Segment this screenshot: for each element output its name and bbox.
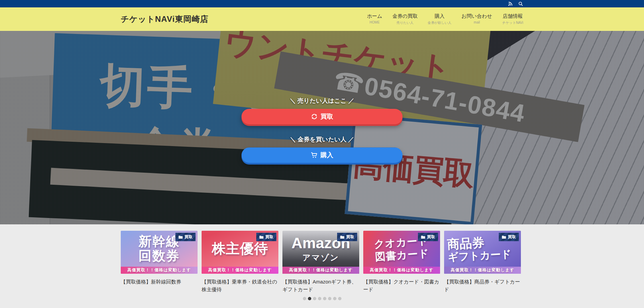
sell-label: ＼ 売りたい人はここ ／ xyxy=(0,97,644,105)
nav-item-contact[interactable]: お問い合わせ mail xyxy=(462,13,492,25)
card-image[interactable]: 買取 株主優待 高価買取！！価格は変動します xyxy=(202,231,278,274)
category-badge[interactable]: 買取 xyxy=(175,233,196,241)
search-icon[interactable] xyxy=(518,1,523,6)
carousel-dot[interactable] xyxy=(338,297,341,300)
card-caption[interactable]: 【買取価格】Amazonギフト券、ギフトカード xyxy=(282,278,359,294)
folder-icon xyxy=(259,235,264,239)
carousel-dot[interactable] xyxy=(303,297,306,300)
site-header: チケットNAVi東岡崎店 ホーム HOME 金券の買取 売りたい人 購入 金券が… xyxy=(0,7,644,31)
category-badge[interactable]: 買取 xyxy=(418,233,438,241)
card-shareholder[interactable]: 買取 株主優待 高価買取！！価格は変動します 【買取価格】乗車券・鉄道会社の株主… xyxy=(202,231,278,294)
hero-storefront-photo: ットNAVi 切手・ビール 金券 ウントチケット ☎0564-71-0844 高… xyxy=(0,31,644,224)
carousel-dot[interactable] xyxy=(318,297,321,300)
main-nav: ホーム HOME 金券の買取 売りたい人 購入 金券が欲しい人 お問い合わせ m… xyxy=(367,13,523,25)
nav-item-shop-info[interactable]: 店舗情報 チケットNAVi xyxy=(502,13,523,25)
price-notice-strip: 高価買取！！価格は変動します xyxy=(202,267,278,274)
cart-icon xyxy=(311,152,318,159)
card-giftcard[interactable]: 買取 商品券 ギフトカード 高価買取！！価格は変動します 【買取価格】商品券・ギ… xyxy=(444,231,521,294)
buyback-button-label: 買取 xyxy=(321,112,333,121)
carousel-dots xyxy=(0,297,644,300)
card-caption[interactable]: 【買取価格】商品券・ギフトカード xyxy=(444,278,521,294)
card-image[interactable]: 買取 クオカード 図書カード 高価買取！！価格は変動します xyxy=(363,231,440,274)
refresh-icon xyxy=(311,113,318,120)
price-notice-strip: 高価買取！！価格は変動します xyxy=(121,267,198,274)
buy-label: ＼ 金券を買いたい人 ／ xyxy=(0,135,644,143)
nav-sublabel: 金券が欲しい人 xyxy=(428,20,451,25)
folder-icon xyxy=(502,235,506,239)
card-image[interactable]: 買取 新幹線 回数券 高価買取！！価格は変動します xyxy=(121,231,198,274)
price-notice-strip: 高価買取！！価格は変動します xyxy=(363,267,440,274)
carousel-dot[interactable] xyxy=(333,297,336,300)
nav-label: ホーム xyxy=(367,13,382,19)
badge-label: 買取 xyxy=(265,234,273,240)
carousel-section: 買取 新幹線 回数券 高価買取！！価格は変動します 【買取価格】新幹線回数券 買… xyxy=(0,224,644,308)
topbar xyxy=(0,0,644,7)
badge-label: 買取 xyxy=(184,234,193,240)
folder-icon xyxy=(340,235,344,239)
purchase-button[interactable]: 購入 xyxy=(241,147,402,163)
carousel-dot-active[interactable] xyxy=(308,297,311,300)
badge-label: 買取 xyxy=(427,234,435,240)
purchase-button-label: 購入 xyxy=(321,151,333,160)
card-image[interactable]: 買取 Amazon アマゾン 高価買取！！価格は変動します xyxy=(282,231,359,274)
card-shinkansen[interactable]: 買取 新幹線 回数券 高価買取！！価格は変動します 【買取価格】新幹線回数券 xyxy=(121,231,198,294)
folder-icon xyxy=(178,235,183,239)
nav-sublabel: チケットNAVi xyxy=(502,20,523,25)
card-caption[interactable]: 【買取価格】クオカード・図書カード xyxy=(363,278,440,294)
nav-label: 金券の買取 xyxy=(392,13,418,19)
card-amazon[interactable]: 買取 Amazon アマゾン 高価買取！！価格は変動します 【買取価格】Amaz… xyxy=(282,231,359,294)
hero-cta-group: ＼ 売りたい人はここ ／ 買取 ＼ 金券を買いたい人 ／ 購入 xyxy=(0,97,644,163)
nav-item-buyback[interactable]: 金券の買取 売りたい人 xyxy=(392,13,418,25)
carousel-dot[interactable] xyxy=(328,297,331,300)
price-notice-strip: 高価買取！！価格は変動します xyxy=(282,267,359,274)
carousel-dot[interactable] xyxy=(323,297,326,300)
category-badge[interactable]: 買取 xyxy=(499,233,519,241)
folder-icon xyxy=(421,235,425,239)
topbar-inner xyxy=(121,0,523,7)
badge-label: 買取 xyxy=(508,234,516,240)
nav-item-home[interactable]: ホーム HOME xyxy=(367,13,382,25)
card-quocard[interactable]: 買取 クオカード 図書カード 高価買取！！価格は変動します 【買取価格】クオカー… xyxy=(363,231,440,294)
badge-label: 買取 xyxy=(346,234,354,240)
buyback-button[interactable]: 買取 xyxy=(241,109,402,124)
nav-label: お問い合わせ xyxy=(462,13,492,19)
card-image[interactable]: 買取 商品券 ギフトカード 高価買取！！価格は変動します xyxy=(444,231,521,274)
category-badge[interactable]: 買取 xyxy=(256,233,276,241)
rss-icon[interactable] xyxy=(508,1,513,6)
site-title[interactable]: チケットNAVi東岡崎店 xyxy=(121,14,208,25)
nav-sublabel: 売りたい人 xyxy=(396,20,414,25)
card-caption[interactable]: 【買取価格】乗車券・鉄道会社の株主優待 xyxy=(202,278,278,294)
card-list: 買取 新幹線 回数券 高価買取！！価格は変動します 【買取価格】新幹線回数券 買… xyxy=(121,231,523,294)
category-badge[interactable]: 買取 xyxy=(337,233,357,241)
nav-sublabel: HOME xyxy=(370,20,380,24)
nav-sublabel: mail xyxy=(474,20,480,24)
nav-label: 店舗情報 xyxy=(503,13,523,19)
card-caption[interactable]: 【買取価格】新幹線回数券 xyxy=(121,278,198,294)
carousel-dot[interactable] xyxy=(313,297,316,300)
price-notice-strip: 高価買取！！価格は変動します xyxy=(444,267,521,274)
nav-label: 購入 xyxy=(434,13,444,19)
nav-item-purchase[interactable]: 購入 金券が欲しい人 xyxy=(428,13,451,25)
